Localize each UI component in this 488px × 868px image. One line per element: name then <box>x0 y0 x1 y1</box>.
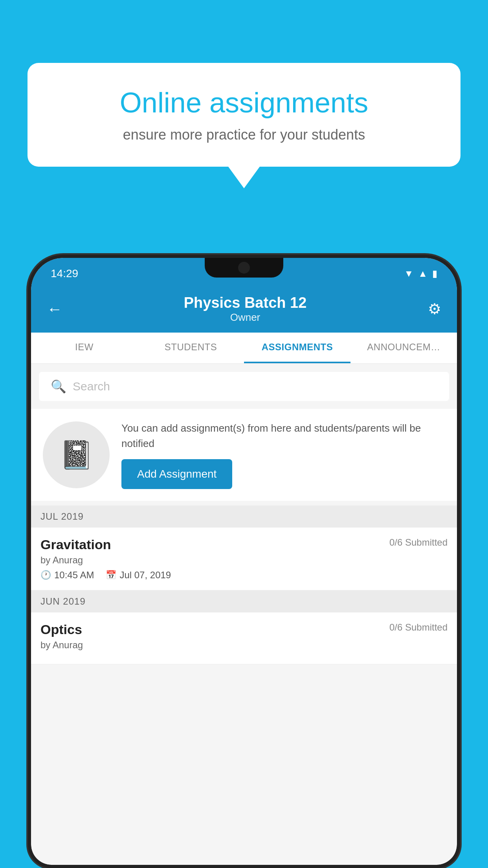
phone-frame: 14:29 ▼ ▲ ▮ ← Physics Batch 12 Owner ⚙ I… <box>28 255 460 868</box>
tab-bar: IEW STUDENTS ASSIGNMENTS ANNOUNCEM… <box>31 333 457 364</box>
assignment-optics-submitted: 0/6 Submitted <box>389 622 448 633</box>
assignment-optics[interactable]: Optics 0/6 Submitted by Anurag <box>31 612 457 664</box>
wifi-icon: ▼ <box>404 268 413 279</box>
assignment-optics-name: Optics <box>40 622 82 637</box>
signal-icon: ▲ <box>418 268 427 279</box>
assignment-icon-circle: 📓 <box>43 421 110 488</box>
search-bar[interactable]: 🔍 Search <box>39 372 449 401</box>
assignment-row-top: Gravitation 0/6 Submitted <box>40 537 448 552</box>
header-subtitle: Owner <box>184 311 307 324</box>
assignment-notebook-icon: 📓 <box>59 439 94 471</box>
status-icons: ▼ ▲ ▮ <box>404 268 437 279</box>
assignment-meta: 🕐 10:45 AM 📅 Jul 07, 2019 <box>40 570 448 581</box>
tab-assignments[interactable]: ASSIGNMENTS <box>244 333 350 363</box>
assignment-gravitation[interactable]: Gravitation 0/6 Submitted by Anurag 🕐 10… <box>31 528 457 590</box>
settings-button[interactable]: ⚙ <box>428 300 441 318</box>
speech-bubble-arrow <box>228 167 260 188</box>
phone-screen: 14:29 ▼ ▲ ▮ ← Physics Batch 12 Owner ⚙ I… <box>31 258 457 865</box>
header-title-container: Physics Batch 12 Owner <box>184 294 307 324</box>
tab-iew[interactable]: IEW <box>31 333 138 363</box>
status-time: 14:29 <box>51 267 78 280</box>
content-area: 🔍 Search 📓 You can add assignment(s) fro… <box>31 364 457 664</box>
assignment-time: 🕐 10:45 AM <box>40 570 94 581</box>
add-assignment-button[interactable]: Add Assignment <box>121 459 232 489</box>
speech-bubble-container: Online assignments ensure more practice … <box>28 63 460 188</box>
assignment-optics-row-top: Optics 0/6 Submitted <box>40 622 448 637</box>
add-assignment-promo: 📓 You can add assignment(s) from here an… <box>31 409 457 501</box>
promo-content: You can add assignment(s) from here and … <box>121 421 445 489</box>
camera <box>238 262 250 274</box>
assignment-optics-by: by Anurag <box>40 640 448 651</box>
tab-announcements[interactable]: ANNOUNCEM… <box>350 333 457 363</box>
phone-notch <box>205 258 283 278</box>
back-button[interactable]: ← <box>47 300 62 318</box>
speech-bubble-subtitle: ensure more practice for your students <box>55 127 433 143</box>
speech-bubble: Online assignments ensure more practice … <box>28 63 460 167</box>
calendar-icon: 📅 <box>106 570 116 580</box>
search-placeholder: Search <box>73 380 110 393</box>
tab-students[interactable]: STUDENTS <box>138 333 244 363</box>
clock-icon: 🕐 <box>40 570 51 580</box>
header-title: Physics Batch 12 <box>184 294 307 311</box>
promo-text: You can add assignment(s) from here and … <box>121 421 445 451</box>
app-header: ← Physics Batch 12 Owner ⚙ <box>31 285 457 333</box>
assignment-by: by Anurag <box>40 555 448 566</box>
speech-bubble-title: Online assignments <box>55 86 433 119</box>
assignment-submitted: 0/6 Submitted <box>389 537 448 548</box>
search-icon: 🔍 <box>51 379 66 394</box>
assignment-date: 📅 Jul 07, 2019 <box>106 570 171 581</box>
assignment-name: Gravitation <box>40 537 111 552</box>
section-jun-2019: JUN 2019 <box>31 590 457 612</box>
section-jul-2019: JUL 2019 <box>31 506 457 528</box>
battery-icon: ▮ <box>432 268 437 279</box>
